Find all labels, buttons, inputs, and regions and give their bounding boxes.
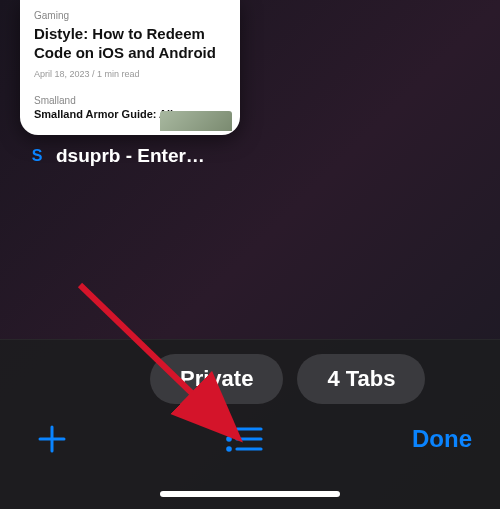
article-meta: April 18, 2023 / 1 min read [34,69,226,79]
done-button[interactable]: Done [406,415,478,463]
tab-preview-card[interactable]: Gaming Distyle: How to Redeem Code on iO… [20,0,240,135]
tab-groups-button[interactable] [214,414,274,464]
article-category: Gaming [34,10,226,21]
svg-point-4 [226,436,232,442]
new-tab-button[interactable] [22,414,82,464]
toolbar: Done [0,409,500,469]
svg-point-6 [226,446,232,452]
tabs-count-pill[interactable]: 4 Tabs [297,354,425,404]
tab-label[interactable]: S dsuprb - Enter… [28,145,205,167]
plus-icon [34,421,70,457]
article-title: Distyle: How to Redeem Code on iOS and A… [34,25,226,63]
home-indicator[interactable] [160,491,340,497]
favicon-icon: S [28,147,46,165]
article-thumb [160,111,232,131]
article-subcategory: Smalland [34,95,226,106]
bottom-bar: Private 4 Tabs Done [0,339,500,509]
private-pill[interactable]: Private [150,354,283,404]
tab-group-pills: Private 4 Tabs [150,354,500,404]
svg-point-2 [226,426,232,432]
tab-title: dsuprb - Enter… [56,145,205,167]
list-icon [225,424,263,454]
